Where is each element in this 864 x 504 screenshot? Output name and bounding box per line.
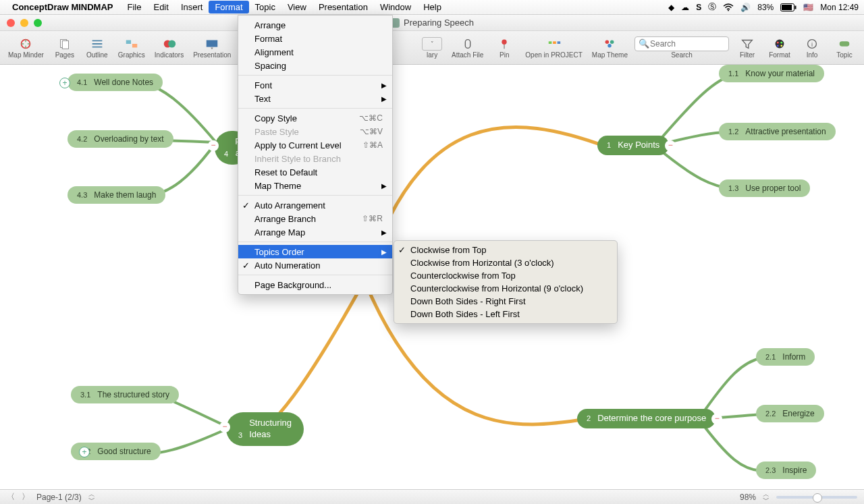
- battery-percent: 83%: [757, 3, 774, 12]
- node-p42[interactable]: 4.2Overloading by text: [68, 130, 173, 148]
- svg-point-21: [777, 41, 779, 43]
- traffic-lights[interactable]: [7, 19, 42, 27]
- menu-format[interactable]: Format: [209, 1, 248, 13]
- tb-indicators[interactable]: Indicators: [152, 32, 186, 63]
- diamond-icon[interactable]: ◆: [668, 3, 674, 12]
- tb-search[interactable]: 🔍 Search: [634, 32, 729, 63]
- svg-point-18: [610, 40, 614, 44]
- tb-map-theme[interactable]: Map Theme: [589, 32, 630, 63]
- mi-alignment[interactable]: Alignment: [238, 45, 392, 59]
- node-c1[interactable]: 2.1Inform: [756, 348, 815, 366]
- page-indicator[interactable]: Page-1 (2/3): [36, 493, 82, 502]
- mi-map-theme[interactable]: Map Theme▶: [238, 179, 392, 192]
- svg-rect-6: [62, 40, 68, 49]
- node-p43[interactable]: 4.3Make them laugh: [68, 186, 165, 204]
- tb-open-project[interactable]: Open in PROJECT: [522, 32, 585, 63]
- svg-point-19: [608, 44, 612, 48]
- window-title-text: Preparing Speech: [404, 18, 474, 28]
- tb-format[interactable]: Format: [765, 32, 794, 63]
- menu-topic[interactable]: Topic: [249, 1, 281, 13]
- mi-auto-numeration[interactable]: ✓Auto Numeration: [238, 258, 392, 272]
- tb-presentation[interactable]: Presentation: [190, 32, 234, 63]
- tb-pin[interactable]: Pin: [490, 32, 518, 63]
- mi-reset[interactable]: Reset to Default: [238, 165, 392, 179]
- sm-ccw-horiz[interactable]: Counterclockwise from Horizontal (9 o'cl…: [394, 282, 617, 295]
- sm-cw-horiz[interactable]: Clockwise from Horizontal (3 o'clock): [394, 256, 617, 269]
- tb-graphics[interactable]: Graphics: [115, 32, 148, 63]
- mi-format[interactable]: Format: [238, 32, 392, 45]
- chevron-right-icon: ▶: [381, 182, 387, 190]
- svg-text:i: i: [811, 40, 813, 47]
- mi-copy-style[interactable]: Copy Style⌥⌘C: [238, 111, 392, 125]
- search-icon: 🔍: [639, 38, 649, 49]
- topics-order-submenu: ✓Clockwise from Top Clockwise from Horiz…: [394, 240, 618, 324]
- menu-insert[interactable]: Insert: [175, 1, 209, 13]
- menu-view[interactable]: View: [281, 1, 313, 13]
- mi-page-background[interactable]: Page Background...: [238, 278, 392, 291]
- node-c2[interactable]: 2.2Energize: [756, 405, 824, 422]
- node-struct[interactable]: − 3 StructuringIdeas: [226, 412, 304, 446]
- node-kp3[interactable]: 1.3Use proper tool: [719, 179, 810, 197]
- node-core[interactable]: 2 Determine the core purpose −: [577, 409, 716, 428]
- sm-ccw-top[interactable]: Counterclockwise from Top: [394, 269, 617, 282]
- tb-pages[interactable]: Pages: [51, 32, 79, 63]
- sm-down-left[interactable]: Down Both Sides - Left First: [394, 308, 617, 320]
- node-s1[interactable]: 3.1The structured story: [71, 386, 179, 403]
- battery-icon[interactable]: [780, 3, 796, 11]
- svg-point-10: [168, 40, 176, 47]
- tb-dropdown[interactable]: ˅lary: [419, 32, 445, 63]
- menu-window[interactable]: Window: [374, 1, 417, 13]
- chevron-right-icon: ▶: [381, 82, 387, 89]
- zoom-slider[interactable]: [776, 496, 857, 499]
- tb-topic[interactable]: Topic: [830, 32, 859, 63]
- nav-prev[interactable]: 〈: [7, 491, 15, 503]
- cloud-icon[interactable]: ☁: [681, 3, 689, 12]
- s-icon[interactable]: S: [696, 3, 701, 12]
- collapse-icon[interactable]: −: [208, 140, 219, 151]
- menu-presentation[interactable]: Presentation: [313, 1, 374, 13]
- node-c3[interactable]: 2.3Inspire: [756, 461, 816, 479]
- volume-icon[interactable]: 🔊: [740, 3, 751, 12]
- zoom-window[interactable]: [34, 19, 42, 27]
- expand-icon[interactable]: +: [79, 447, 90, 457]
- mi-auto-arrangement[interactable]: ✓Auto Arrangement: [238, 198, 392, 212]
- tb-info[interactable]: iInfo: [798, 32, 826, 63]
- collapse-icon[interactable]: −: [219, 422, 230, 432]
- mi-topics-order[interactable]: Topics Order▶: [238, 245, 392, 258]
- node-kp1[interactable]: 1.1Know your material: [719, 65, 824, 82]
- minimize-window[interactable]: [20, 19, 28, 27]
- nav-next[interactable]: 〉: [22, 491, 30, 503]
- mi-spacing[interactable]: Spacing: [238, 59, 392, 72]
- menu-file[interactable]: File: [122, 1, 148, 13]
- tb-attach-file[interactable]: Attach File: [449, 32, 486, 63]
- tb-map-minder[interactable]: Map Minder: [5, 32, 47, 63]
- sm-down-right[interactable]: Down Both Sides - Right First: [394, 295, 617, 308]
- skype-icon[interactable]: Ⓢ: [708, 1, 716, 13]
- zoom-stepper[interactable]: ︿﹀: [763, 492, 770, 503]
- menu-edit[interactable]: Edit: [147, 1, 174, 13]
- node-kp2[interactable]: 1.2Attractive presentation: [719, 123, 836, 140]
- clock[interactable]: Mon 12:49: [820, 3, 859, 12]
- mi-arrange-map[interactable]: Arrange Map▶: [238, 225, 392, 239]
- flag-icon[interactable]: 🇺🇸: [803, 3, 813, 12]
- page-stepper[interactable]: ︿﹀: [88, 492, 95, 503]
- tb-outline[interactable]: Outline: [83, 32, 111, 63]
- mi-text[interactable]: Text▶: [238, 92, 392, 105]
- sm-cw-top[interactable]: ✓Clockwise from Top: [394, 244, 617, 256]
- menu-help[interactable]: Help: [417, 1, 448, 13]
- app-name[interactable]: ConceptDraw MINDMAP: [12, 2, 113, 12]
- mi-font[interactable]: Font▶: [238, 78, 392, 92]
- expand-icon[interactable]: +: [59, 78, 70, 88]
- svg-rect-12: [465, 39, 470, 48]
- mi-apply-level[interactable]: Apply to Current Level⇧⌘A: [238, 138, 392, 152]
- svg-point-0: [728, 9, 729, 11]
- chevron-right-icon: ▶: [381, 95, 387, 103]
- node-p41[interactable]: 4.1Well done Notes: [68, 74, 163, 91]
- mi-arrange-branch[interactable]: Arrange Branch⇧⌘R: [238, 212, 392, 225]
- tb-filter[interactable]: Filter: [733, 32, 761, 63]
- node-key-points[interactable]: 1 Key Points −: [597, 136, 669, 155]
- close-window[interactable]: [7, 19, 15, 27]
- mi-arrange[interactable]: Arrange: [238, 18, 392, 32]
- wifi-icon[interactable]: [723, 3, 734, 11]
- check-icon: ✓: [242, 200, 250, 211]
